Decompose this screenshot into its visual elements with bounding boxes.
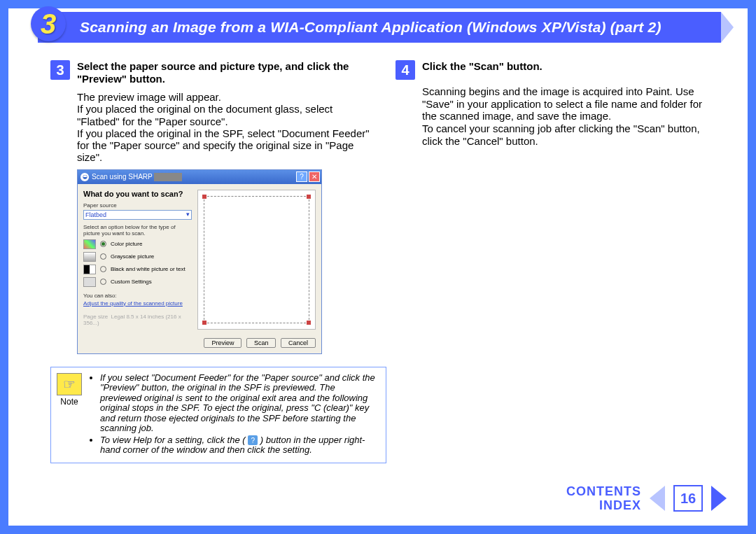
footer-links: CONTENTS INDEX: [566, 484, 641, 513]
scan-button[interactable]: Scan: [246, 338, 276, 348]
option-custom-settings[interactable]: Custom Settings: [83, 277, 192, 287]
dialog-title-mask: [154, 173, 182, 181]
note-item-2: To view Help for a setting, click the ( …: [100, 435, 379, 456]
right-column: 4 Click the "Scan" button. Scanning begi…: [396, 60, 720, 363]
radio-icon: [100, 253, 106, 260]
step-3-title: Select the paper source and picture type…: [77, 60, 374, 85]
note-box: ☞ Note If you select "Document Feeder" f…: [50, 367, 386, 463]
option-label: Color picture: [111, 241, 142, 247]
cancel-button[interactable]: Cancel: [281, 338, 316, 348]
title-banner: 3 Scanning an Image from a WIA-Compliant…: [38, 8, 734, 46]
handle-icon[interactable]: [202, 195, 206, 199]
page-frame: 3 Scanning an Image from a WIA-Compliant…: [0, 0, 756, 534]
dialog-help-button[interactable]: ?: [296, 171, 307, 182]
scanner-icon: ◒: [80, 173, 89, 181]
note-item-1: If you select "Document Feeder" for the …: [100, 373, 379, 434]
step-3-header: 3 Select the paper source and picture ty…: [50, 60, 374, 85]
color-picture-icon: [83, 239, 96, 249]
help-icon: ?: [248, 435, 258, 445]
step-3-body: The preview image will appear. If you pl…: [77, 91, 374, 164]
title-arrow-icon: [721, 12, 734, 43]
page-inner: 3 Scanning an Image from a WIA-Compliant…: [8, 8, 748, 526]
selection-rectangle[interactable]: [204, 196, 309, 323]
radio-icon: [100, 279, 106, 285]
note-body: If you select "Document Feeder" for the …: [90, 373, 379, 457]
footer-nav: CONTENTS INDEX 16: [566, 484, 727, 513]
dialog-buttons: Preview Scan Cancel: [78, 335, 321, 353]
dialog-left-panel: What do you want to scan? Paper source F…: [83, 190, 192, 330]
preview-button[interactable]: Preview: [204, 338, 241, 348]
next-page-button[interactable]: [711, 486, 727, 511]
dialog-subtext: Select an option below for the type of p…: [83, 224, 192, 237]
wia-scan-dialog: ◒ Scan using SHARP ? ✕ What do you want …: [77, 169, 322, 354]
index-link[interactable]: INDEX: [566, 498, 641, 513]
step-4-body: Scanning begins and the image is acquire…: [422, 85, 720, 147]
handle-icon[interactable]: [202, 321, 206, 325]
handle-icon[interactable]: [307, 195, 311, 199]
section-number-badge: 3: [31, 6, 66, 41]
dialog-close-button[interactable]: ✕: [309, 171, 320, 182]
paper-source-label: Paper source: [83, 202, 192, 209]
dialog-titlebar: ◒ Scan using SHARP ? ✕: [78, 170, 321, 184]
you-can-also-label: You can also:: [83, 293, 192, 299]
pointer-icon: ☞: [57, 373, 82, 395]
page-title: Scanning an Image from a WIA-Compliant A…: [38, 12, 721, 43]
handle-icon[interactable]: [307, 321, 311, 325]
dialog-title: Scan using SHARP: [92, 173, 153, 181]
step-4-header: 4 Click the "Scan" button.: [396, 60, 720, 80]
prev-page-button[interactable]: [650, 486, 665, 511]
option-label: Custom Settings: [111, 279, 152, 285]
step-4-title: Click the "Scan" button.: [422, 60, 542, 73]
dialog-body: What do you want to scan? Paper source F…: [78, 184, 321, 335]
dialog-question: What do you want to scan?: [83, 190, 192, 198]
note-left: ☞ Note: [57, 373, 82, 457]
radio-icon: [100, 241, 106, 247]
page-size-row: Page size Legal 8.5 x 14 inches (216 x 3…: [83, 314, 192, 326]
option-color-picture[interactable]: Color picture: [83, 239, 192, 249]
note-label: Note: [57, 397, 82, 407]
paper-source-select[interactable]: Flatbed: [83, 210, 192, 220]
page-size-label: Page size: [83, 314, 108, 320]
radio-icon: [100, 266, 106, 272]
left-column: 3 Select the paper source and picture ty…: [50, 60, 374, 363]
bw-picture-icon: [83, 265, 96, 274]
adjust-quality-link[interactable]: Adjust the quality of the scanned pictur…: [83, 300, 192, 307]
grayscale-picture-icon: [83, 252, 96, 262]
page-number: 16: [673, 485, 703, 512]
option-label: Grayscale picture: [111, 253, 154, 260]
content-columns: 3 Select the paper source and picture ty…: [8, 46, 748, 363]
step-number-4: 4: [396, 60, 415, 80]
preview-area[interactable]: [197, 190, 316, 330]
option-bw-picture[interactable]: Black and white picture or text: [83, 265, 192, 274]
option-label: Black and white picture or text: [111, 266, 186, 272]
custom-settings-icon: [83, 277, 96, 287]
step-number-3: 3: [50, 60, 70, 80]
contents-link[interactable]: CONTENTS: [566, 484, 641, 499]
option-grayscale-picture[interactable]: Grayscale picture: [83, 252, 192, 262]
